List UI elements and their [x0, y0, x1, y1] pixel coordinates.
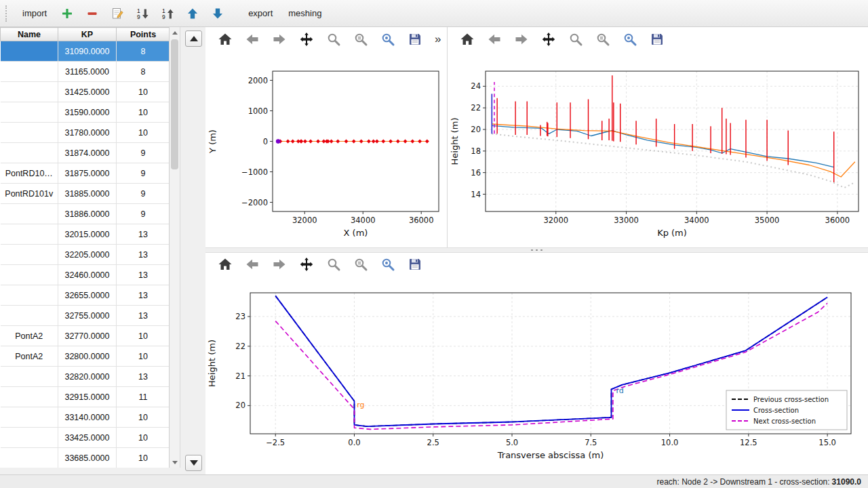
cell-name[interactable]: [1, 143, 58, 163]
cell-points[interactable]: 10: [117, 346, 170, 367]
table-row[interactable]: 32015.000013: [1, 224, 170, 245]
cell-kp[interactable]: 33685.0000: [58, 448, 117, 468]
mpl-forward-button[interactable]: [268, 29, 290, 49]
cell-name[interactable]: [1, 285, 58, 306]
export-button[interactable]: export: [242, 5, 279, 22]
import-button[interactable]: import: [16, 5, 53, 22]
column-header-kp[interactable]: KP: [58, 28, 117, 41]
cell-kp[interactable]: 31590.0000: [58, 102, 117, 123]
table-row[interactable]: 33425.000010: [1, 428, 170, 448]
cell-kp[interactable]: 31090.0000: [58, 41, 117, 62]
cell-name[interactable]: [1, 204, 58, 224]
table-row[interactable]: PontA232800.000010: [1, 346, 170, 367]
cell-name[interactable]: [1, 82, 58, 102]
table-row[interactable]: 33685.000010: [1, 448, 170, 468]
cell-name[interactable]: [1, 306, 58, 326]
cell-name[interactable]: [1, 62, 58, 82]
cell-kp[interactable]: 31874.0000: [58, 143, 117, 163]
table-row[interactable]: 32655.000013: [1, 285, 170, 306]
mpl-customize-button[interactable]: [618, 29, 641, 49]
cell-points[interactable]: 13: [117, 306, 170, 326]
cell-kp[interactable]: 32800.0000: [58, 346, 117, 367]
edit-cross-section-button[interactable]: [106, 3, 128, 24]
cell-kp[interactable]: 31885.0000: [58, 184, 117, 204]
cell-points[interactable]: 9: [117, 143, 170, 163]
mpl-zoom-button[interactable]: [322, 254, 344, 274]
plan-view-chart[interactable]: 320003400036000−2000−1000010002000X (m)Y…: [206, 56, 448, 247]
mpl-home-button[interactable]: [456, 29, 478, 49]
cell-name[interactable]: [1, 102, 58, 123]
cell-kp[interactable]: 31425.0000: [58, 82, 117, 102]
cell-name[interactable]: PontRD10…: [1, 163, 58, 184]
table-row[interactable]: 31425.000010: [1, 82, 170, 102]
previous-section-button[interactable]: [185, 30, 202, 47]
cell-name[interactable]: [1, 265, 58, 285]
cell-name[interactable]: [1, 123, 58, 143]
cell-kp[interactable]: 32205.0000: [58, 245, 117, 265]
mpl-subplots-button[interactable]: [349, 254, 372, 274]
cell-kp[interactable]: 32460.0000: [58, 265, 117, 285]
table-row[interactable]: 31780.000010: [1, 123, 170, 143]
mpl-home-button[interactable]: [214, 254, 236, 274]
cell-kp[interactable]: 33140.0000: [58, 407, 117, 428]
next-section-button[interactable]: [185, 455, 202, 471]
cell-points[interactable]: 11: [117, 387, 170, 407]
cell-kp[interactable]: 31886.0000: [58, 204, 117, 224]
cell-points[interactable]: 13: [117, 285, 170, 306]
table-row[interactable]: 33140.000010: [1, 407, 170, 428]
table-row[interactable]: PontRD10…31875.00009: [1, 163, 170, 184]
cell-kp[interactable]: 31875.0000: [58, 163, 117, 184]
cell-name[interactable]: [1, 224, 58, 245]
table-row[interactable]: 31590.000010: [1, 102, 170, 123]
cell-kp[interactable]: 32015.0000: [58, 224, 117, 245]
cell-points[interactable]: 10: [117, 326, 170, 346]
cell-points[interactable]: 9: [117, 184, 170, 204]
cell-name[interactable]: PontA2: [1, 346, 58, 367]
remove-cross-section-button[interactable]: [81, 3, 103, 24]
meshing-button[interactable]: meshing: [282, 5, 328, 22]
cell-name[interactable]: [1, 245, 58, 265]
table-row[interactable]: 32755.000013: [1, 306, 170, 326]
move-down-button[interactable]: [207, 3, 229, 24]
mpl-save-button[interactable]: [403, 29, 426, 49]
scroll-up-button[interactable]: [170, 27, 180, 38]
column-header-name[interactable]: Name: [1, 28, 58, 41]
table-row[interactable]: 31090.00008: [1, 41, 170, 62]
cell-points[interactable]: 10: [117, 123, 170, 143]
mpl-back-button[interactable]: [241, 254, 263, 274]
cell-points[interactable]: 10: [117, 448, 170, 468]
mpl-subplots-button[interactable]: [591, 29, 614, 49]
table-row[interactable]: 31874.00009: [1, 143, 170, 163]
scroll-down-button[interactable]: [170, 457, 180, 468]
cell-points[interactable]: 13: [117, 245, 170, 265]
cell-points[interactable]: 8: [117, 41, 170, 62]
cell-name[interactable]: PontA2: [1, 326, 58, 346]
cell-points[interactable]: 10: [117, 407, 170, 428]
mpl-pan-button[interactable]: [537, 29, 559, 49]
sort-descending-button[interactable]: 19: [157, 3, 178, 24]
cell-name[interactable]: [1, 387, 58, 407]
cell-kp[interactable]: 33425.0000: [58, 428, 117, 448]
mpl-forward-button[interactable]: [268, 254, 290, 274]
cell-kp[interactable]: 32770.0000: [58, 326, 117, 346]
toolbar-overflow-chevron[interactable]: »: [431, 33, 441, 46]
toolbar-drag-handle[interactable]: [5, 5, 9, 22]
cell-points[interactable]: 10: [117, 82, 170, 102]
table-row[interactable]: 31165.00008: [1, 62, 170, 82]
cell-points[interactable]: 8: [117, 62, 170, 82]
cell-kp[interactable]: 31780.0000: [58, 123, 117, 143]
cell-name[interactable]: [1, 367, 58, 387]
cell-points[interactable]: 9: [117, 163, 170, 184]
cell-points[interactable]: 10: [117, 428, 170, 448]
cell-name[interactable]: [1, 41, 58, 62]
scrollbar-thumb[interactable]: [171, 39, 178, 169]
cell-points[interactable]: 9: [117, 204, 170, 224]
mpl-save-button[interactable]: [403, 254, 426, 274]
table-row[interactable]: 32915.000011: [1, 387, 170, 407]
mpl-back-button[interactable]: [483, 29, 505, 49]
longitudinal-profile-chart[interactable]: 3200033000340003500036000141618202224Kp …: [448, 56, 868, 247]
column-header-points[interactable]: Points: [117, 28, 170, 41]
cell-kp[interactable]: 32820.0000: [58, 367, 117, 387]
table-row[interactable]: PontA232770.000010: [1, 326, 170, 346]
mpl-customize-button[interactable]: [376, 29, 399, 49]
